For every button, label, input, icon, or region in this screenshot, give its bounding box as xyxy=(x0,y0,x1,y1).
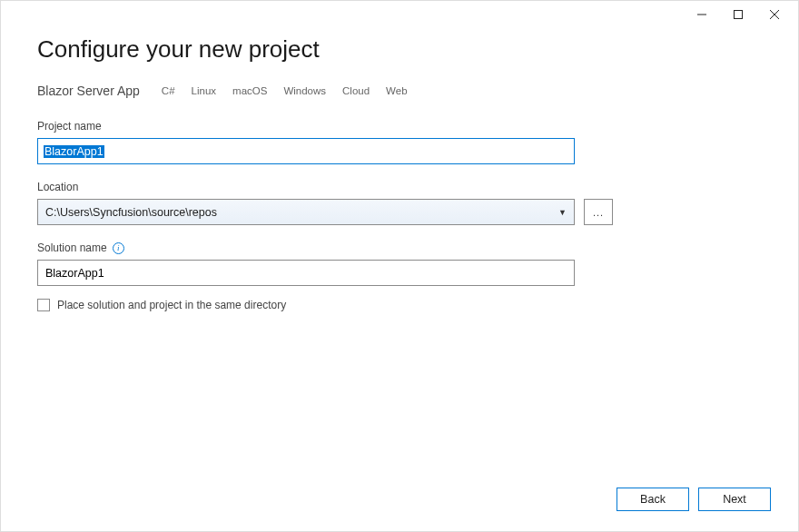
location-combobox[interactable]: C:\Users\Syncfusion\source\repos ▼ xyxy=(37,199,575,225)
location-label: Location xyxy=(37,181,762,193)
tag-windows: Windows xyxy=(283,85,326,96)
same-directory-checkbox[interactable] xyxy=(37,299,50,311)
location-value: C:\Users\Syncfusion\source\repos xyxy=(45,206,217,219)
page-title: Configure your new project xyxy=(37,35,762,64)
tag-cloud: Cloud xyxy=(342,85,370,96)
maximize-button[interactable] xyxy=(720,2,756,27)
close-button[interactable] xyxy=(756,2,793,27)
dialog-footer: Back Next xyxy=(617,488,771,511)
solution-name-input[interactable] xyxy=(37,260,575,286)
solution-name-label-text: Solution name xyxy=(37,241,107,254)
same-directory-checkbox-row[interactable]: Place solution and project in the same d… xyxy=(37,299,762,311)
solution-name-label: Solution name i xyxy=(37,241,762,254)
dialog-content: Configure your new project Blazor Server… xyxy=(1,28,798,311)
chevron-down-icon: ▼ xyxy=(558,208,567,217)
title-bar xyxy=(1,1,798,28)
info-icon[interactable]: i xyxy=(113,242,124,254)
template-row: Blazor Server App C# Linux macOS Windows… xyxy=(37,84,762,98)
svg-rect-1 xyxy=(735,11,743,19)
template-name: Blazor Server App xyxy=(37,84,140,98)
next-button[interactable]: Next xyxy=(698,488,771,511)
back-button[interactable]: Back xyxy=(617,488,689,511)
browse-button[interactable]: ... xyxy=(584,199,613,225)
project-name-label: Project name xyxy=(37,120,762,133)
browse-label: ... xyxy=(593,207,604,218)
tag-csharp: C# xyxy=(162,85,175,96)
tag-linux: Linux xyxy=(192,85,217,96)
tag-macos: macOS xyxy=(232,85,267,96)
tag-web: Web xyxy=(386,85,407,96)
project-name-value: BlazorApp1 xyxy=(44,145,104,158)
same-directory-label: Place solution and project in the same d… xyxy=(57,299,286,311)
project-name-input[interactable]: BlazorApp1 xyxy=(37,138,575,164)
minimize-button[interactable] xyxy=(684,2,720,27)
